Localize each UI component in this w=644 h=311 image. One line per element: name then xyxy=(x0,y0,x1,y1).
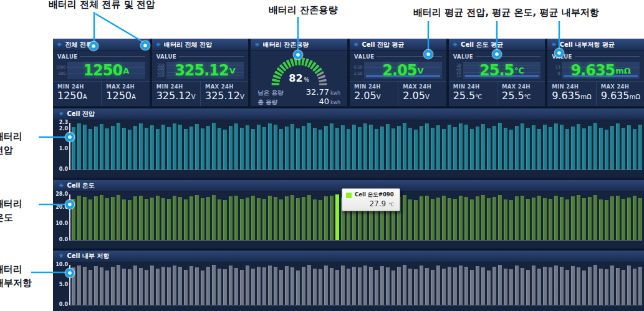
chart-bar[interactable] xyxy=(257,267,261,305)
chart-bar[interactable] xyxy=(139,268,143,305)
chart-bar[interactable] xyxy=(105,198,109,240)
chart-bar[interactable] xyxy=(307,123,311,170)
chart-bar[interactable] xyxy=(184,129,188,170)
chart-bar[interactable] xyxy=(616,196,620,240)
chart-bar[interactable] xyxy=(313,199,317,240)
chart-bar[interactable] xyxy=(436,198,440,240)
chart-bar[interactable] xyxy=(493,197,496,240)
chart-bar[interactable] xyxy=(229,126,233,170)
chart-bar[interactable] xyxy=(100,267,103,305)
chart-bar[interactable] xyxy=(565,199,569,240)
chart-bar[interactable] xyxy=(358,267,362,305)
chart-bar[interactable] xyxy=(240,128,244,170)
chart-bar[interactable] xyxy=(167,199,171,240)
chart-bar[interactable] xyxy=(240,199,244,240)
chart-bar[interactable] xyxy=(420,126,423,170)
chart-bar[interactable] xyxy=(526,128,530,170)
chart-bar[interactable] xyxy=(453,267,457,305)
chart-bar[interactable] xyxy=(610,266,614,305)
chart-bar[interactable] xyxy=(77,123,81,170)
chart-bar[interactable] xyxy=(403,123,406,170)
chart-bar[interactable] xyxy=(408,199,412,240)
chart-bar[interactable] xyxy=(560,125,564,170)
chart-bar[interactable] xyxy=(363,266,367,305)
chart-bar[interactable] xyxy=(302,126,305,170)
chart-bar[interactable] xyxy=(627,198,631,240)
chart-bar[interactable] xyxy=(549,127,552,170)
chart-bar[interactable] xyxy=(436,125,440,170)
chart-bar[interactable] xyxy=(100,124,103,170)
chart-bar[interactable] xyxy=(470,270,474,305)
chart-bar[interactable] xyxy=(549,199,552,240)
chart-bar[interactable] xyxy=(397,267,401,305)
chart-bar[interactable] xyxy=(100,195,103,240)
chart-bar[interactable] xyxy=(206,197,210,240)
chart-bar[interactable] xyxy=(223,200,227,240)
chart-bar[interactable] xyxy=(145,128,148,170)
chart-bar[interactable] xyxy=(201,270,204,305)
chart-bar[interactable] xyxy=(279,270,283,305)
chart-bar[interactable] xyxy=(459,266,463,305)
chart-bar[interactable] xyxy=(150,125,154,170)
chart-bar[interactable] xyxy=(156,269,160,305)
chart-bar[interactable] xyxy=(94,196,98,240)
chart-bar[interactable] xyxy=(605,130,608,170)
chart-bar[interactable] xyxy=(246,125,249,170)
chart-bar[interactable] xyxy=(481,195,485,240)
chart-bar[interactable] xyxy=(296,198,300,240)
chart-bar[interactable] xyxy=(476,127,479,170)
chart-bar[interactable] xyxy=(341,125,345,170)
chart-bar[interactable] xyxy=(521,268,524,305)
chart-bar[interactable] xyxy=(515,126,519,170)
chart-bar[interactable] xyxy=(262,267,266,305)
chart-bar[interactable] xyxy=(341,266,345,305)
chart-bar[interactable] xyxy=(139,123,143,170)
chart-bar[interactable] xyxy=(285,127,289,170)
chart-bar[interactable] xyxy=(588,267,592,305)
chart-bar[interactable] xyxy=(145,199,148,240)
chart-bar[interactable] xyxy=(582,270,586,305)
chart-bar[interactable] xyxy=(375,270,378,305)
chart-bar[interactable] xyxy=(363,123,367,170)
chart-bar[interactable] xyxy=(442,269,446,305)
chart-bar[interactable] xyxy=(285,196,289,240)
chart-bar[interactable] xyxy=(560,267,564,305)
chart-bar[interactable] xyxy=(122,128,126,170)
chart-bar[interactable] xyxy=(453,199,457,240)
chart-bar[interactable] xyxy=(122,199,126,240)
chart-bar[interactable] xyxy=(638,198,642,240)
chart-bar[interactable] xyxy=(296,128,300,170)
chart-bar[interactable] xyxy=(195,195,199,240)
chart-bar[interactable] xyxy=(582,128,586,170)
chart-bar[interactable] xyxy=(72,127,75,170)
chart-bar[interactable] xyxy=(375,129,378,170)
chart-bar[interactable] xyxy=(380,127,384,170)
chart-bar[interactable] xyxy=(425,196,429,240)
chart-bar[interactable] xyxy=(627,125,631,170)
chart-bar[interactable] xyxy=(111,126,115,170)
chart-bar[interactable] xyxy=(526,199,530,240)
chart-bar[interactable] xyxy=(77,266,81,305)
chart-bar[interactable] xyxy=(257,198,261,240)
chart-bar[interactable] xyxy=(448,125,451,170)
chart-bar[interactable] xyxy=(83,267,87,305)
chart-bar[interactable] xyxy=(173,196,176,240)
chart-bar[interactable] xyxy=(616,123,620,170)
chart-bar[interactable] xyxy=(313,269,317,305)
chart-bar[interactable] xyxy=(571,196,575,240)
chart-bar[interactable] xyxy=(464,197,468,240)
chart-bar[interactable] xyxy=(532,125,536,170)
chart-bar[interactable] xyxy=(459,196,463,240)
chart-bar[interactable] xyxy=(532,198,536,240)
chart-bar[interactable] xyxy=(633,196,637,240)
chart-bar[interactable] xyxy=(509,130,513,170)
chart-bar[interactable] xyxy=(436,266,440,305)
chart-bar[interactable] xyxy=(504,199,507,240)
chart-bar[interactable] xyxy=(414,269,418,305)
chart-bar[interactable] xyxy=(324,196,328,240)
chart-bar[interactable] xyxy=(139,196,143,240)
chart-bar[interactable] xyxy=(296,270,300,305)
chart-bar[interactable] xyxy=(622,199,625,240)
chart-bar[interactable] xyxy=(212,123,216,170)
chart-bar[interactable] xyxy=(105,128,109,170)
